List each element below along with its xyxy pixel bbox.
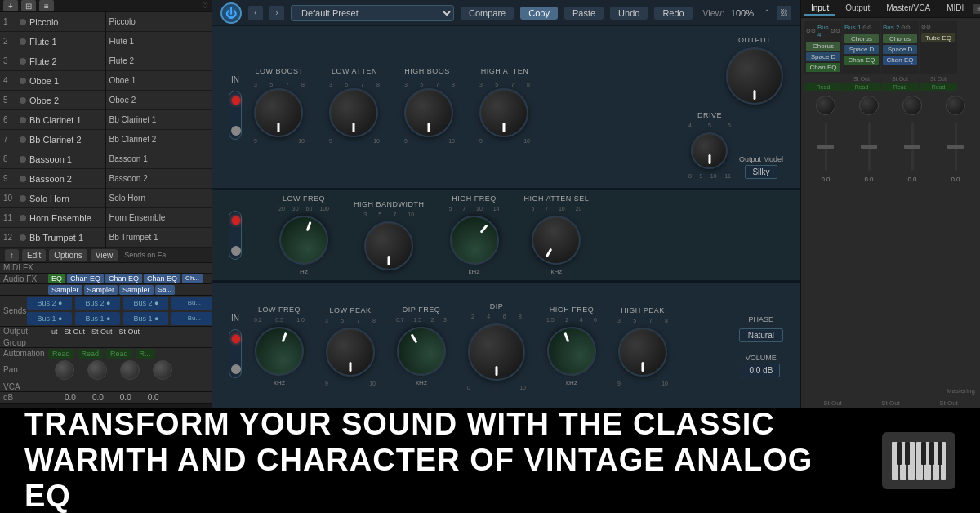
- preset-selector[interactable]: Default Preset: [291, 5, 454, 21]
- ch3-chorus[interactable]: Chorus: [883, 34, 917, 43]
- track-item-right[interactable]: Flute 1: [106, 32, 212, 51]
- track-item-right[interactable]: Bb Trumpet 1: [106, 228, 212, 248]
- ch2-read[interactable]: Read: [843, 83, 880, 91]
- ch1-bus[interactable]: Bus 4: [817, 24, 829, 38]
- pan-knob2[interactable]: [87, 360, 107, 380]
- ch3-read[interactable]: Read: [881, 83, 919, 91]
- ch4-tube-eq[interactable]: Tube EQ: [921, 33, 956, 42]
- mixer-tab-output[interactable]: Output: [839, 2, 876, 16]
- output-model-value[interactable]: Silky: [745, 165, 777, 179]
- dip-knob[interactable]: [468, 323, 525, 381]
- next-preset-button[interactable]: ›: [270, 6, 284, 20]
- sampler-button4[interactable]: Sa...: [155, 285, 175, 295]
- sampler-button2[interactable]: Sampler: [84, 285, 118, 295]
- read-button4[interactable]: R...: [136, 349, 155, 359]
- ch1-read[interactable]: Read: [804, 83, 842, 91]
- pan-knob4[interactable]: [153, 360, 172, 380]
- track-item[interactable]: 2Flute 1: [0, 32, 105, 51]
- link-button[interactable]: ⛓: [777, 6, 791, 20]
- ch1-chorus[interactable]: Chorus: [806, 42, 840, 51]
- bottom-low-peak-knob[interactable]: [326, 328, 375, 377]
- track-item[interactable]: 3Flute 2: [0, 51, 105, 71]
- track-item[interactable]: 10Solo Horn: [0, 189, 105, 208]
- low-boost-knob[interactable]: [254, 88, 303, 137]
- redo-button[interactable]: Redo: [654, 7, 692, 20]
- mixer-tab-master[interactable]: Master/VCA: [880, 2, 937, 16]
- scrollbar[interactable]: [0, 404, 212, 408]
- track-item[interactable]: 12Bb Trumpet 1: [0, 228, 105, 248]
- track-options-button[interactable]: ⊞: [21, 0, 36, 11]
- track-item[interactable]: 7Bb Clarinet 2: [0, 130, 105, 149]
- view-button[interactable]: View: [91, 249, 118, 261]
- in-toggle[interactable]: [229, 91, 242, 140]
- ch3-knob[interactable]: [902, 96, 922, 115]
- read-button2[interactable]: Read: [78, 349, 104, 359]
- track-item[interactable]: 11Horn Ensemble: [0, 208, 105, 228]
- low-freq-fader[interactable]: [229, 211, 242, 260]
- mixer-tab-input[interactable]: Input: [804, 2, 835, 16]
- bus1-send4[interactable]: Bu...: [172, 312, 216, 325]
- power-button[interactable]: ⏻: [220, 2, 242, 24]
- bus1-send2[interactable]: Bus 1 ●: [75, 312, 120, 325]
- track-item[interactable]: 8Bassoon 1: [0, 149, 105, 169]
- dip-freq-knob[interactable]: [388, 318, 455, 385]
- high-bw-knob[interactable]: [364, 221, 413, 270]
- chan-eq-button4[interactable]: Ch...: [182, 274, 203, 283]
- output-knob[interactable]: [726, 47, 783, 105]
- copy-button[interactable]: Copy: [520, 7, 558, 20]
- bus-send4[interactable]: Bu...: [172, 297, 216, 310]
- track-item[interactable]: 6Bb Clarinet 1: [0, 110, 105, 130]
- track-item-right[interactable]: Horn Ensemble: [106, 208, 212, 228]
- high-atten-knob[interactable]: [479, 88, 528, 137]
- track-item[interactable]: 5Oboe 2: [0, 91, 105, 110]
- prev-preset-button[interactable]: ‹: [248, 6, 263, 20]
- ch1-knob[interactable]: [816, 96, 835, 115]
- ch4-read[interactable]: Read: [920, 83, 957, 91]
- bus2-send[interactable]: Bus 2 ●: [27, 297, 72, 310]
- high-atten-sel-knob[interactable]: [523, 207, 590, 274]
- volume-value[interactable]: 0.0 dB: [742, 364, 780, 377]
- mixer-tab-midi[interactable]: MIDI: [940, 2, 970, 16]
- track-item[interactable]: 9Bassoon 2: [0, 169, 105, 189]
- ch1-chan-eq[interactable]: Chan EQ: [806, 63, 840, 72]
- drive-knob[interactable]: [691, 132, 728, 169]
- bottom-high-freq-knob[interactable]: [541, 320, 604, 383]
- ch2-space-d[interactable]: Space D: [844, 45, 879, 54]
- chan-eq-button2[interactable]: Chan EQ: [105, 274, 142, 283]
- add-track-button[interactable]: +: [3, 0, 18, 11]
- paste-button[interactable]: Paste: [564, 7, 604, 20]
- high-boost-knob[interactable]: [404, 88, 453, 137]
- options-button[interactable]: Options: [49, 249, 87, 261]
- compare-button[interactable]: Compare: [461, 7, 514, 20]
- up-button[interactable]: ↑: [5, 249, 19, 261]
- track-view-button[interactable]: ≡: [39, 0, 54, 11]
- track-item-right[interactable]: Bb Clarinet 1: [106, 110, 212, 130]
- bus2-send3[interactable]: Bus 2 ●: [123, 297, 168, 310]
- ch2-chan-eq[interactable]: Chan EQ: [844, 56, 879, 65]
- read-button3[interactable]: Read: [106, 349, 132, 359]
- track-item[interactable]: 1Piccolo: [0, 12, 105, 32]
- ch2-knob[interactable]: [859, 96, 879, 115]
- ch3-chan-eq[interactable]: Chan EQ: [883, 56, 917, 65]
- edit-button[interactable]: Edit: [22, 249, 46, 261]
- ch1-fader[interactable]: [825, 122, 827, 171]
- zoom-arrows[interactable]: ⌃: [764, 8, 770, 17]
- track-item-right[interactable]: Bassoon 1: [106, 149, 212, 169]
- read-button1[interactable]: Read: [48, 349, 74, 359]
- ch2-fader[interactable]: [868, 122, 871, 171]
- bottom-low-freq-knob[interactable]: [248, 320, 311, 383]
- sampler-button1[interactable]: Sampler: [48, 285, 82, 295]
- track-item-right[interactable]: Bassoon 2: [106, 169, 212, 189]
- chan-eq-button1[interactable]: Chan EQ: [67, 274, 104, 283]
- track-item-right[interactable]: Flute 2: [106, 51, 212, 71]
- low-freq-mid-knob[interactable]: [273, 209, 336, 272]
- ch3-fader[interactable]: [911, 122, 914, 171]
- ch4-fader[interactable]: [955, 122, 957, 171]
- eq-plugin-button[interactable]: EQ: [48, 274, 65, 283]
- bus2-send2[interactable]: Bus 2 ●: [75, 297, 120, 310]
- track-item[interactable]: 4Oboe 1: [0, 71, 105, 91]
- ch1-space-d[interactable]: Space D: [806, 52, 840, 61]
- track-item-right[interactable]: Oboe 2: [106, 91, 212, 110]
- ch2-chorus[interactable]: Chorus: [844, 34, 879, 43]
- low-atten-knob[interactable]: [329, 88, 378, 137]
